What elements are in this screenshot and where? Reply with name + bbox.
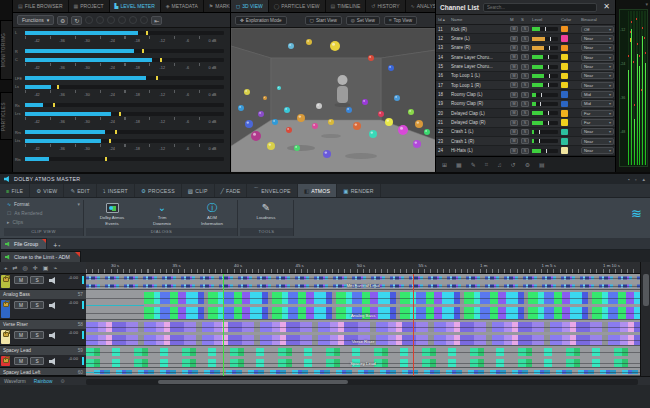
particle-sphere[interactable] (346, 107, 352, 113)
track-gain-value[interactable]: -0.00 (68, 300, 78, 305)
particle-sphere[interactable] (284, 107, 290, 113)
window-control-icon[interactable]: ▫ (635, 177, 637, 182)
track-header[interactable]: Spacey Lead Left60 (0, 368, 86, 376)
solo-button[interactable]: S (521, 148, 529, 154)
track-speaker-icon[interactable] (49, 358, 57, 365)
mute-button[interactable]: M (510, 148, 518, 154)
binaural-dropdown[interactable]: Near▾ (581, 72, 614, 79)
mute-button[interactable]: M (510, 73, 518, 79)
color-swatch[interactable] (561, 73, 568, 80)
footer-tool-icon[interactable]: ▦ (456, 161, 462, 168)
color-swatch[interactable] (561, 147, 568, 154)
particle-sphere[interactable] (328, 119, 334, 125)
mute-button[interactable]: M (510, 120, 518, 126)
tab-file-browser[interactable]: ▤FILE BROWSER (13, 0, 69, 12)
search-input[interactable] (483, 3, 597, 12)
track-gain-value[interactable]: -0.00 (68, 330, 78, 335)
column-header-id[interactable]: Id ▴ (438, 17, 451, 22)
file-group-tab[interactable]: File Group (0, 238, 47, 249)
color-swatch[interactable] (561, 82, 568, 89)
channel-row[interactable]: 14Snare Layer Choru...MSNear▾ (436, 53, 616, 62)
channel-row[interactable]: 23Crash 1 (R)MSNear▾ (436, 137, 616, 146)
solo-button[interactable]: S (521, 101, 529, 107)
footer-tool-icon[interactable]: ▤ (539, 161, 545, 168)
lock-icon[interactable] (3, 358, 9, 363)
particle-sphere[interactable] (258, 111, 264, 117)
track-solo-button[interactable]: S (30, 331, 44, 339)
particle-sphere[interactable] (306, 39, 312, 45)
vertical-scroll-thumb[interactable] (643, 274, 649, 306)
track-mute-button[interactable]: M (14, 276, 28, 284)
color-swatch[interactable] (561, 110, 568, 117)
ribbon-tab-file[interactable]: ≡File (0, 184, 30, 197)
track-tool-icon[interactable]: ⇄ (13, 264, 18, 271)
ribbon-tab-fade[interactable]: ╱Fade (215, 184, 248, 197)
lock-icon[interactable] (3, 332, 9, 337)
footer-tool-icon[interactable]: ✎ (471, 161, 476, 168)
footer-tool-icon[interactable]: ⌗ (485, 161, 488, 168)
refresh-icon[interactable]: ↻ (71, 16, 82, 25)
particle-sphere[interactable] (368, 55, 374, 61)
wavelab-titlebar[interactable]: DOLBY ATMOS MASTER ▪▫▲ (0, 174, 650, 184)
track-header[interactable]: Verse Riser58MS-0.00 (0, 320, 86, 346)
particle-sphere[interactable] (286, 127, 292, 133)
particle-sphere[interactable] (408, 109, 414, 115)
particle-sphere[interactable] (369, 130, 377, 138)
meter-bridge-menu-icon[interactable]: ▾ (645, 1, 648, 7)
channel-row[interactable]: 12Snare (L)MSNear▾ (436, 34, 616, 43)
clips-button[interactable]: ▸ Clips (4, 218, 83, 227)
binaural-dropdown[interactable]: Near▾ (581, 147, 614, 154)
channel-row[interactable]: 19Roomy Clap (R)MSMid▾ (436, 100, 616, 109)
particle-sphere[interactable] (251, 131, 261, 141)
side-tab-monitoring[interactable]: MONITORING (0, 20, 13, 80)
binaural-dropdown[interactable]: Near▾ (581, 35, 614, 42)
exploration-mode-button[interactable]: ✥ Exploration Mode (235, 16, 287, 25)
time-ruler[interactable]: 30 s35 s40 s45 s50 s55 s1 m1 m 5 s1 m 10… (86, 262, 640, 274)
side-tab-particles[interactable]: PARTICLES (0, 92, 13, 140)
ribbon-button-dolby-atmos[interactable]: Dolby AtmosEvents (89, 201, 135, 228)
tab-timeline[interactable]: ▤TIMELINE (326, 0, 367, 12)
view-button-set-view[interactable]: ◎Set View (346, 16, 380, 25)
add-file-group-button[interactable]: + ▾ (47, 242, 66, 249)
binaural-dropdown[interactable]: Off▾ (581, 26, 614, 33)
view-button-top-view[interactable]: ⌗Top View (384, 16, 417, 25)
track-solo-button[interactable]: S (30, 301, 44, 309)
ribbon-button-trim[interactable]: ⌄TrimDownmix (139, 201, 185, 228)
particle-sphere[interactable] (312, 123, 318, 129)
view-tab-rainbow[interactable]: Rainbow (30, 379, 57, 384)
waveform-lane[interactable]: Spacey Lead (86, 346, 640, 368)
solo-button[interactable]: S (521, 26, 529, 32)
format-dropdown[interactable]: ∿ Format ▾ (4, 200, 83, 209)
color-swatch[interactable] (561, 91, 568, 98)
channel-row[interactable]: 17Top Loop 1 (R)MSNear▾ (436, 81, 616, 90)
track-header[interactable]: MS-0.00 (0, 274, 86, 290)
binaural-dropdown[interactable]: Mid▾ (581, 100, 614, 107)
channel-row[interactable]: 21Delayed Clap (R)MSFar▾ (436, 118, 616, 127)
particle-sphere[interactable] (378, 111, 384, 117)
ribbon-tab-view[interactable]: ⚙View (30, 184, 64, 197)
color-swatch[interactable] (561, 129, 568, 136)
column-header-s[interactable]: S (521, 17, 532, 22)
ribbon-tab-clip[interactable]: ▨Clip (182, 184, 215, 197)
binaural-dropdown[interactable]: Mid▾ (581, 91, 614, 98)
tab-level-meter[interactable]: ▙LEVEL METER (110, 0, 161, 12)
channel-row[interactable]: 15Snare Layer Choru...MSNear▾ (436, 62, 616, 71)
channel-row[interactable]: 24Hi-Hats (L)MSNear▾ (436, 146, 616, 155)
track-gain-value[interactable]: -0.00 (68, 275, 78, 280)
particle-sphere[interactable] (277, 86, 281, 90)
particle-sphere[interactable] (244, 89, 250, 95)
particle-sphere[interactable] (297, 114, 305, 122)
track-mute-button[interactable]: M (14, 331, 28, 339)
mute-button[interactable]: M (510, 138, 518, 144)
tab-metadata[interactable]: ◈METADATA (161, 0, 204, 12)
track-tool-icon[interactable]: ▣ (43, 264, 49, 271)
track-name-bar[interactable]: Analog Bass57 (0, 290, 86, 299)
collapse-icon[interactable]: ⇤ (151, 16, 162, 25)
column-header-name[interactable]: Name (451, 17, 510, 22)
particle-sphere[interactable] (267, 142, 275, 150)
channel-row[interactable]: 11Kick (R)MSOff▾ (436, 25, 616, 34)
particle-sphere[interactable] (398, 125, 408, 135)
waveform-lane[interactable]: Verse Riser (86, 320, 640, 346)
tab-particle-view[interactable]: ◯PARTICLE VIEW (269, 0, 326, 12)
waveform-lane[interactable]: Analog Bass (86, 290, 640, 320)
